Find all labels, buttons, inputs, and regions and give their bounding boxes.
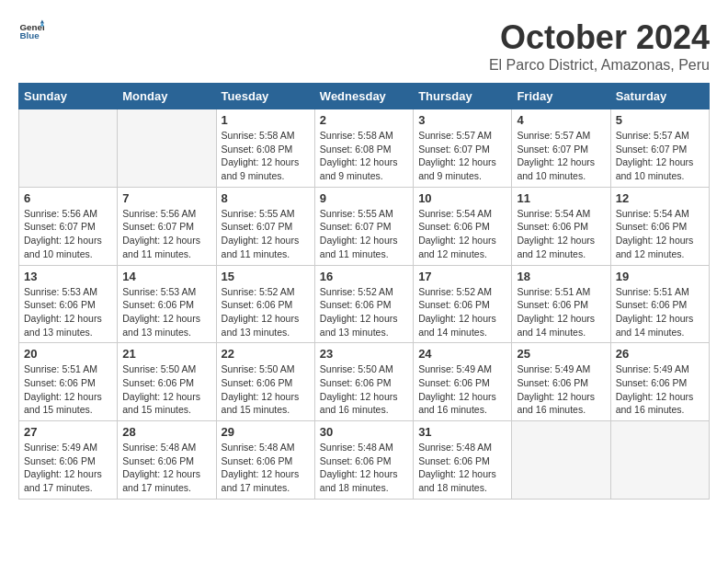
day-info: Sunrise: 5:58 AM Sunset: 6:08 PM Dayligh…: [320, 129, 408, 183]
week-row-1: 6 Sunrise: 5:56 AM Sunset: 6:07 PM Dayli…: [19, 187, 710, 265]
daylight-text: Daylight: 12 hours and 11 minutes.: [122, 234, 210, 260]
day-number: 19: [616, 270, 704, 283]
day-number: 29: [222, 425, 310, 439]
sunset-text: Sunset: 6:06 PM: [320, 376, 408, 390]
daylight-text: Daylight: 12 hours and 9 minutes.: [320, 155, 408, 182]
day-info: Sunrise: 5:51 AM Sunset: 6:06 PM Dayligh…: [24, 362, 112, 417]
day-number: 6: [24, 191, 112, 205]
day-info: Sunrise: 5:49 AM Sunset: 6:06 PM Dayligh…: [24, 441, 112, 495]
sunset-text: Sunset: 6:06 PM: [616, 220, 704, 234]
sunrise-text: Sunrise: 5:54 AM: [517, 207, 605, 221]
day-info: Sunrise: 5:56 AM Sunset: 6:07 PM Dayligh…: [24, 207, 112, 261]
day-info: Sunrise: 5:49 AM Sunset: 6:06 PM Dayligh…: [616, 362, 704, 417]
day-number: 25: [517, 347, 605, 361]
sunrise-text: Sunrise: 5:55 AM: [222, 207, 310, 221]
day-number: 18: [517, 270, 605, 283]
calendar-cell: 27 Sunrise: 5:49 AM Sunset: 6:06 PM Dayl…: [19, 421, 118, 500]
day-number: 17: [418, 270, 506, 283]
day-number: 10: [418, 191, 506, 205]
sunrise-text: Sunrise: 5:50 AM: [122, 362, 210, 376]
calendar-cell: 26 Sunrise: 5:49 AM Sunset: 6:06 PM Dayl…: [610, 343, 709, 421]
calendar-cell: 15 Sunrise: 5:52 AM Sunset: 6:06 PM Dayl…: [216, 265, 314, 343]
day-info: Sunrise: 5:48 AM Sunset: 6:06 PM Dayligh…: [222, 441, 310, 495]
day-number: 11: [517, 191, 605, 205]
daylight-text: Daylight: 12 hours and 16 minutes.: [320, 390, 408, 417]
daylight-text: Daylight: 12 hours and 18 minutes.: [320, 467, 408, 494]
daylight-text: Daylight: 12 hours and 18 minutes.: [418, 467, 506, 494]
day-number: 23: [320, 347, 408, 361]
sunset-text: Sunset: 6:07 PM: [320, 220, 408, 234]
sunset-text: Sunset: 6:07 PM: [24, 220, 112, 234]
calendar-cell: 5 Sunrise: 5:57 AM Sunset: 6:07 PM Dayli…: [610, 109, 709, 188]
day-number: 16: [320, 270, 408, 283]
header-day-sunday: Sunday: [19, 84, 118, 109]
day-number: 31: [418, 425, 506, 439]
sunrise-text: Sunrise: 5:56 AM: [24, 207, 112, 221]
calendar-cell: 17 Sunrise: 5:52 AM Sunset: 6:06 PM Dayl…: [414, 265, 512, 343]
day-info: Sunrise: 5:52 AM Sunset: 6:06 PM Dayligh…: [418, 285, 506, 339]
header-day-wednesday: Wednesday: [314, 84, 413, 109]
day-info: Sunrise: 5:49 AM Sunset: 6:06 PM Dayligh…: [517, 362, 605, 417]
sunrise-text: Sunrise: 5:57 AM: [616, 129, 704, 143]
sunrise-text: Sunrise: 5:52 AM: [320, 285, 408, 299]
header-row: SundayMondayTuesdayWednesdayThursdayFrid…: [19, 84, 710, 109]
sunset-text: Sunset: 6:06 PM: [122, 454, 210, 468]
day-info: Sunrise: 5:51 AM Sunset: 6:06 PM Dayligh…: [616, 285, 704, 339]
sunrise-text: Sunrise: 5:51 AM: [616, 285, 704, 299]
daylight-text: Daylight: 12 hours and 13 minutes.: [122, 312, 210, 339]
sunrise-text: Sunrise: 5:49 AM: [616, 362, 704, 376]
day-number: 21: [122, 347, 210, 361]
sunset-text: Sunset: 6:06 PM: [222, 376, 310, 390]
sunset-text: Sunset: 6:06 PM: [24, 454, 112, 468]
sunrise-text: Sunrise: 5:52 AM: [418, 285, 506, 299]
day-info: Sunrise: 5:49 AM Sunset: 6:06 PM Dayligh…: [418, 362, 506, 417]
day-number: 2: [320, 113, 408, 127]
day-info: Sunrise: 5:48 AM Sunset: 6:06 PM Dayligh…: [418, 441, 506, 495]
daylight-text: Daylight: 12 hours and 11 minutes.: [320, 234, 408, 260]
day-number: 15: [222, 270, 310, 283]
sunrise-text: Sunrise: 5:49 AM: [517, 362, 605, 376]
day-number: 27: [24, 425, 112, 439]
header-day-saturday: Saturday: [610, 84, 709, 109]
calendar-cell: 30 Sunrise: 5:48 AM Sunset: 6:06 PM Dayl…: [314, 421, 413, 500]
daylight-text: Daylight: 12 hours and 14 minutes.: [517, 312, 605, 339]
daylight-text: Daylight: 12 hours and 10 minutes.: [24, 234, 112, 260]
daylight-text: Daylight: 12 hours and 10 minutes.: [517, 155, 605, 182]
day-info: Sunrise: 5:50 AM Sunset: 6:06 PM Dayligh…: [320, 362, 408, 417]
calendar-cell: 20 Sunrise: 5:51 AM Sunset: 6:06 PM Dayl…: [19, 343, 118, 421]
daylight-text: Daylight: 12 hours and 10 minutes.: [616, 155, 704, 182]
daylight-text: Daylight: 12 hours and 12 minutes.: [616, 234, 704, 260]
daylight-text: Daylight: 12 hours and 16 minutes.: [616, 390, 704, 417]
day-number: 26: [616, 347, 704, 361]
calendar-table: SundayMondayTuesdayWednesdayThursdayFrid…: [18, 83, 710, 500]
day-number: 4: [517, 113, 605, 127]
sunrise-text: Sunrise: 5:48 AM: [418, 441, 506, 454]
sunset-text: Sunset: 6:06 PM: [418, 220, 506, 234]
sunset-text: Sunset: 6:06 PM: [517, 376, 605, 390]
day-info: Sunrise: 5:50 AM Sunset: 6:06 PM Dayligh…: [222, 362, 310, 417]
sunset-text: Sunset: 6:06 PM: [24, 376, 112, 390]
day-info: Sunrise: 5:55 AM Sunset: 6:07 PM Dayligh…: [320, 207, 408, 261]
sunrise-text: Sunrise: 5:50 AM: [222, 362, 310, 376]
calendar-cell: 7 Sunrise: 5:56 AM Sunset: 6:07 PM Dayli…: [118, 187, 216, 265]
daylight-text: Daylight: 12 hours and 16 minutes.: [517, 390, 605, 417]
sunset-text: Sunset: 6:06 PM: [122, 298, 210, 312]
day-info: Sunrise: 5:51 AM Sunset: 6:06 PM Dayligh…: [517, 285, 605, 339]
sunset-text: Sunset: 6:06 PM: [24, 298, 112, 312]
sunset-text: Sunset: 6:06 PM: [320, 298, 408, 312]
sunset-text: Sunset: 6:06 PM: [122, 376, 210, 390]
logo: General Blue: [18, 18, 44, 44]
sunrise-text: Sunrise: 5:54 AM: [418, 207, 506, 221]
calendar-cell: 24 Sunrise: 5:49 AM Sunset: 6:06 PM Dayl…: [414, 343, 512, 421]
location-title: El Parco District, Amazonas, Peru: [489, 57, 710, 74]
day-number: 24: [418, 347, 506, 361]
calendar-cell: 18 Sunrise: 5:51 AM Sunset: 6:06 PM Dayl…: [512, 265, 610, 343]
daylight-text: Daylight: 12 hours and 17 minutes.: [24, 467, 112, 494]
day-number: 12: [616, 191, 704, 205]
sunrise-text: Sunrise: 5:52 AM: [222, 285, 310, 299]
calendar-cell: 21 Sunrise: 5:50 AM Sunset: 6:06 PM Dayl…: [118, 343, 216, 421]
day-info: Sunrise: 5:58 AM Sunset: 6:08 PM Dayligh…: [222, 129, 310, 183]
day-number: 9: [320, 191, 408, 205]
sunrise-text: Sunrise: 5:48 AM: [222, 441, 310, 454]
calendar-cell: 12 Sunrise: 5:54 AM Sunset: 6:06 PM Dayl…: [610, 187, 709, 265]
